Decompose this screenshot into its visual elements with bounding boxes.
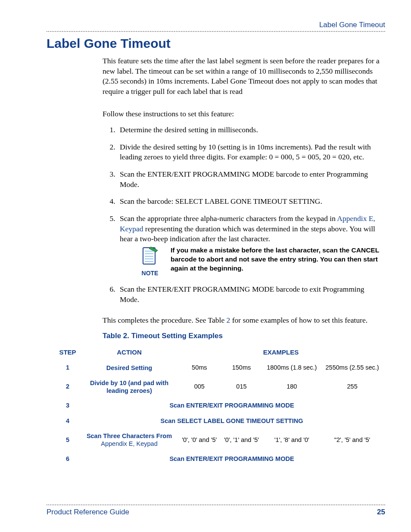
cell-val: '0', '0' and '5' [178, 429, 221, 451]
cell-val: 015 [221, 376, 263, 398]
note-text: If you make a mistake before the last ch… [171, 246, 383, 273]
cell-val: '1', '8' and '0' [262, 429, 321, 451]
cell-val: 2550ms (2.55 sec.) [321, 360, 383, 376]
running-header: Label Gone Timeout [47, 21, 385, 29]
cell-val: 1800ms (1.8 sec.) [262, 360, 321, 376]
footer-divider [47, 504, 385, 505]
appendix-link[interactable]: Appendix E, Keypad [101, 440, 157, 447]
note-label: NOTE [137, 269, 163, 277]
col-examples: EXAMPLES [178, 345, 383, 360]
closing-b: for some examples of how to set this fea… [230, 316, 367, 324]
cell-step: 5 [55, 429, 80, 451]
table-row: 3 Scan ENTER/EXIT PROGRAMMING MODE [55, 398, 383, 414]
step-3: Scan the ENTER/EXIT PROGRAMMING MODE bar… [117, 169, 383, 190]
step-5-text-b: representing the duration which was dete… [120, 224, 375, 243]
instruction-list: Determine the desired setting in millise… [103, 125, 383, 305]
cell-action-a: Scan Three Characters From [87, 432, 172, 439]
cell-step: 6 [55, 451, 80, 467]
table-row: 5 Scan Three Characters From Appendix E,… [55, 429, 383, 451]
cell-span: Scan ENTER/EXIT PROGRAMMING MODE [80, 451, 383, 467]
cell-span: Scan ENTER/EXIT PROGRAMMING MODE [80, 398, 383, 414]
cell-step: 4 [55, 414, 80, 429]
table-row: 4 Scan SELECT LABEL GONE TIMEOUT SETTING [55, 414, 383, 429]
cell-step: 1 [55, 360, 80, 376]
cell-action: Scan Three Characters From Appendix E, K… [80, 429, 178, 451]
step-6: Scan the ENTER/EXIT PROGRAMMING MODE bar… [117, 284, 383, 305]
col-step: STEP [55, 345, 80, 360]
examples-table: STEP ACTION EXAMPLES 1 Desired Setting 5… [55, 345, 383, 467]
section-title: Label Gone Timeout [47, 36, 385, 51]
table-row: 6 Scan ENTER/EXIT PROGRAMMING MODE [55, 451, 383, 467]
step-1: Determine the desired setting in millise… [117, 125, 383, 135]
footer-title: Product Reference Guide [47, 508, 129, 516]
cell-action: Desired Setting [80, 360, 178, 376]
page-number: 25 [377, 508, 385, 516]
page-footer: Product Reference Guide 25 [47, 503, 385, 516]
cell-val: "2', '5' and '5' [321, 429, 383, 451]
cell-val: 005 [178, 376, 221, 398]
closing-a: This completes the procedure. See Table [103, 316, 227, 324]
intro-paragraph: This feature sets the time after the las… [103, 56, 383, 97]
cell-val: 180 [262, 376, 321, 398]
col-action: ACTION [80, 345, 178, 360]
cell-val: 50ms [178, 360, 221, 376]
step-2: Divide the desired setting by 10 (settin… [117, 142, 383, 162]
note-block: NOTE If you make a mistake before the la… [137, 246, 383, 278]
step-5-text-a: Scan the appropriate three alpha-numeric… [120, 214, 337, 223]
step-4: Scan the barcode: SELECT LABEL GONE TIME… [117, 196, 383, 207]
cell-step: 3 [55, 398, 80, 414]
note-icon [141, 246, 159, 266]
cell-span: Scan SELECT LABEL GONE TIMEOUT SETTING [80, 414, 383, 429]
step-5: Scan the appropriate three alpha-numeric… [117, 214, 383, 277]
cell-action: Divide by 10 (and pad with leading zeroe… [80, 376, 178, 398]
cell-val: 255 [321, 376, 383, 398]
follow-paragraph: Follow these instructions to set this fe… [103, 109, 383, 119]
closing-paragraph: This completes the procedure. See Table … [103, 315, 383, 326]
cell-step: 2 [55, 376, 80, 398]
cell-val: '0', '1' and '5' [221, 429, 263, 451]
table-caption: Table 2. Timeout Setting Examples [103, 331, 383, 341]
cell-val: 150ms [221, 360, 263, 376]
table-row: 1 Desired Setting 50ms 150ms 1800ms (1.8… [55, 360, 383, 376]
table-row: 2 Divide by 10 (and pad with leading zer… [55, 376, 383, 398]
header-divider [47, 31, 385, 32]
